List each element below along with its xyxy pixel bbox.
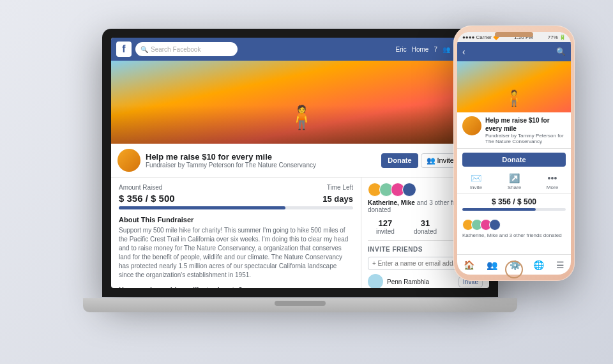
invited-label: invited [368, 228, 403, 235]
battery-status: 77% 🔋 [548, 34, 566, 40]
campaign-info: Help me raise $10 for every mile Fundrai… [146, 152, 316, 169]
donor-avatar-4 [402, 183, 416, 197]
phone-invite-label: Invite [470, 185, 482, 190]
phone-donate-button[interactable]: Donate [462, 153, 566, 167]
phone-nav-globe-icon[interactable]: 🌐 [533, 260, 544, 270]
phone-nav-people-icon[interactable]: 👥 [487, 260, 497, 270]
friend-name-1: Penn Rambhia [387, 278, 455, 285]
phone-notch [495, 32, 533, 37]
laptop-screen: f 🔍 Search Facebook Eric Home 7 👥 💬 🔔 ▾ [111, 38, 489, 288]
phone-share-label: Share [508, 185, 521, 190]
phone-more-icon: ••• [548, 173, 557, 183]
phone-home-button[interactable] [505, 261, 523, 278]
donate-question: How much would you like to donate? [119, 286, 353, 288]
phone-progress-fill [462, 208, 536, 211]
phone-donor-avatars [462, 219, 566, 231]
laptop-body: f 🔍 Search Facebook Eric Home 7 👥 💬 🔔 ▾ [102, 29, 498, 297]
nav-count: 7 [434, 46, 437, 53]
phone-screen: ●●●● Carrier 🔶 1:20 PM 77% 🔋 ‹ 🔍 🧍 Help … [457, 32, 571, 275]
phone-invite-action[interactable]: ✉️ Invite [470, 173, 482, 190]
phone-donors-text: Katherine, Mike and 3 other friends dona… [462, 232, 562, 238]
phone-action-row: ✉️ Invite ↗️ Share ••• More [457, 171, 571, 193]
time-left-value: 15 days [322, 194, 353, 204]
phone-invite-icon: ✉️ [471, 173, 481, 183]
main-content: Amount Raised Time Left $ 356 / $ 500 15… [111, 178, 489, 288]
back-button[interactable]: ‹ [462, 47, 465, 57]
phone-body: ●●●● Carrier 🔶 1:20 PM 77% 🔋 ‹ 🔍 🧍 Help … [453, 26, 575, 281]
invited-count: 127 [368, 218, 403, 228]
time-left-label: Time Left [327, 184, 353, 191]
nav-home[interactable]: Home [412, 46, 429, 53]
about-text: Support my 500 mile hike for charity! Th… [119, 226, 353, 280]
amount-raised-label: Amount Raised [119, 184, 162, 191]
phone-hero-image: 🧍 [457, 61, 571, 112]
phone-more-label: More [547, 185, 558, 190]
phone-donors-section: Katherine, Mike and 3 other friends dona… [457, 216, 571, 241]
phone-more-action[interactable]: ••• More [547, 173, 558, 190]
laptop-base [83, 298, 517, 312]
facebook-logo: f [116, 42, 132, 57]
amount-raised-value: $ 356 / $ 500 [119, 193, 175, 204]
laptop-device: f 🔍 Search Facebook Eric Home 7 👥 💬 🔔 ▾ [102, 29, 511, 335]
phone-campaign-text: Help me raise $10 for every mile Fundrai… [485, 116, 566, 144]
campaign-subtitle: Fundraiser by Tammy Peterson for The Nat… [146, 162, 316, 169]
phone-progress-section: $ 356 / $ 500 [457, 193, 571, 216]
donated-count: 31 [408, 218, 443, 228]
progress-labels: Amount Raised Time Left [119, 184, 353, 191]
phone-share-icon: ↗️ [509, 173, 520, 183]
phone-amount: $ 356 / $ 500 [462, 197, 566, 206]
phone-device: ●●●● Carrier 🔶 1:20 PM 77% 🔋 ‹ 🔍 🧍 Help … [453, 26, 575, 281]
nav-people-icon: 👥 [443, 46, 450, 53]
phone-header: ‹ 🔍 [457, 42, 571, 61]
search-icon: 🔍 [140, 46, 148, 53]
facebook-search-bar[interactable]: 🔍 Search Facebook [135, 42, 238, 56]
phone-share-action[interactable]: ↗️ Share [508, 173, 521, 190]
donate-button[interactable]: Donate [381, 153, 418, 168]
phone-search-icon[interactable]: 🔍 [556, 47, 566, 56]
facebook-header: f 🔍 Search Facebook Eric Home 7 👥 💬 🔔 ▾ [111, 38, 489, 61]
search-placeholder: Search Facebook [151, 46, 201, 53]
donated-label: donated [408, 228, 443, 235]
phone-campaign-row: Help me raise $10 for every mile Fundrai… [462, 116, 566, 144]
progress-amounts: $ 356 / $ 500 15 days [119, 193, 353, 204]
stat-donated: 31 donated [408, 218, 443, 235]
phone-nav-home-icon[interactable]: 🏠 [464, 260, 474, 270]
progress-bar-fill [119, 206, 285, 209]
phone-campaign-info: Help me raise $10 for every mile Fundrai… [457, 112, 571, 149]
phone-campaign-title: Help me raise $10 for every mile [485, 116, 566, 133]
progress-section: Amount Raised Time Left $ 356 / $ 500 15… [119, 184, 353, 209]
phone-progress-bg [462, 208, 566, 211]
campaign-hero-image [111, 61, 489, 144]
phone-campaign-subtitle: Fundraiser by Tammy Peterson for The Nat… [485, 133, 566, 144]
phone-donor-4 [489, 219, 501, 231]
phone-silhouette: 🧍 [504, 89, 524, 107]
about-title: About This Fundraiser [119, 216, 353, 224]
invite-icon: 👥 [427, 156, 435, 165]
stat-invited: 127 invited [368, 218, 403, 235]
phone-nav-menu-icon[interactable]: ☰ [556, 260, 564, 270]
organizer-avatar [117, 149, 140, 172]
progress-bar-background [119, 206, 353, 209]
campaign-title: Help me raise $10 for every mile [146, 152, 316, 162]
hero-silhouette [292, 99, 308, 131]
carrier-signal: ●●●● Carrier 🔶 [462, 34, 499, 40]
phone-organizer-avatar [462, 116, 481, 135]
left-panel: Amount Raised Time Left $ 356 / $ 500 15… [111, 178, 361, 288]
nav-user[interactable]: Eric [396, 46, 407, 53]
campaign-header: Help me raise $10 for every mile Fundrai… [111, 144, 489, 178]
friend-avatar-1 [368, 274, 383, 288]
